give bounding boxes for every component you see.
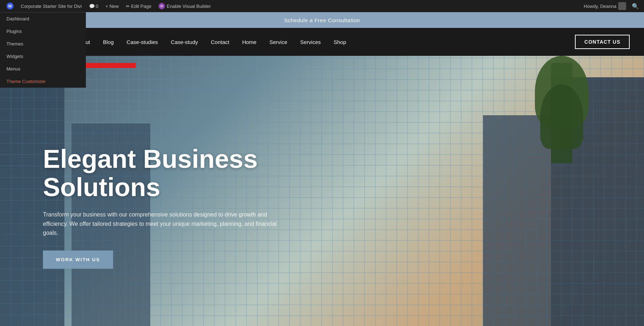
hero-subtitle: Transform your business with our compreh… [43, 210, 293, 238]
comments-item[interactable]: 💬 0 [86, 0, 101, 12]
howdy-label: Howdy, Deanna [584, 4, 616, 9]
hero-title: Elegant Business Solutions [43, 145, 315, 201]
site-name-label: Corporate Starter Site for Divi [21, 4, 82, 9]
dropdown-menus[interactable]: Menus [0, 63, 86, 75]
hero-content: Elegant Business Solutions Transform you… [43, 145, 315, 269]
nav-contact[interactable]: Contact [204, 39, 236, 45]
wordpress-icon: W [6, 3, 14, 10]
site-header: DIVI About Blog Case-studies Case-study … [0, 28, 644, 56]
site-name-item[interactable]: Corporate Starter Site for Divi [18, 0, 85, 12]
new-label: + New [106, 4, 119, 9]
divi-builder-item[interactable]: D Enable Visual Builder [156, 0, 214, 12]
nav-case-study[interactable]: Case-study [164, 39, 204, 45]
nav-blog[interactable]: Blog [97, 39, 120, 45]
nav-shop[interactable]: Shop [327, 39, 353, 45]
hero-cta-button[interactable]: WORK WITH US [43, 250, 113, 269]
dropdown-plugins[interactable]: Plugins [0, 25, 86, 38]
dropdown-theme-customizer[interactable]: Theme Customizer [0, 75, 86, 88]
nav-home[interactable]: Home [236, 39, 263, 45]
nav-case-studies[interactable]: Case-studies [120, 39, 165, 45]
avatar [618, 2, 626, 10]
new-content-item[interactable]: + New [103, 0, 122, 12]
admin-bar-right: Howdy, Deanna 🔍 [581, 1, 640, 11]
top-bar-text: Schedule a Free Consultation [284, 17, 360, 23]
wp-logo-item[interactable]: W [4, 0, 16, 12]
tree-canopy-right-2 [540, 84, 583, 149]
dropdown-themes[interactable]: Themes [0, 38, 86, 50]
site-navigation: About Blog Case-studies Case-study Conta… [70, 39, 575, 45]
dropdown-menu: Dashboard Plugins Themes Widgets Menus T… [0, 12, 86, 88]
comment-icon: 💬 [89, 4, 95, 9]
divi-icon: D [158, 3, 165, 9]
building-right-secondary [483, 115, 551, 326]
admin-bar: W Corporate Starter Site for Divi 💬 0 + … [0, 0, 644, 12]
visual-builder-label: Enable Visual Builder [167, 4, 211, 9]
contact-us-button[interactable]: CONTACT US [575, 35, 630, 49]
dropdown-widgets[interactable]: Widgets [0, 50, 86, 63]
hero-section: Elegant Business Solutions Transform you… [0, 56, 644, 326]
howdy-item[interactable]: Howdy, Deanna [581, 2, 629, 10]
nav-service[interactable]: Service [263, 39, 294, 45]
edit-page-item[interactable]: ✏ Edit Page [123, 0, 154, 12]
search-button[interactable]: 🔍 [630, 1, 640, 11]
comment-count: 0 [96, 4, 98, 9]
edit-page-label: ✏ Edit Page [126, 4, 151, 9]
top-notification-bar: Schedule a Free Consultation [0, 12, 644, 28]
nav-services[interactable]: Services [294, 39, 327, 45]
dropdown-dashboard[interactable]: Dashboard [0, 13, 86, 25]
